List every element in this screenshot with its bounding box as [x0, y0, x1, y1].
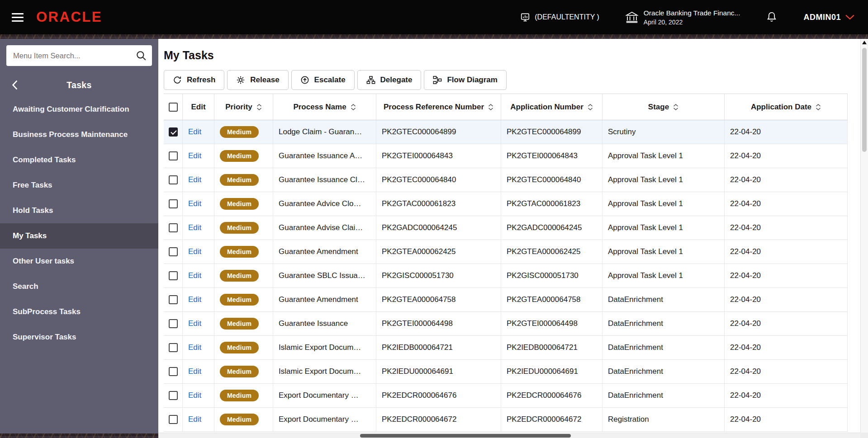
sort-icon[interactable] — [588, 104, 593, 110]
edit-link[interactable]: Edit — [188, 391, 201, 400]
row-checkbox[interactable] — [169, 391, 178, 400]
table-row: Edit Medium Export Documentary … PK2EDCR… — [164, 408, 848, 432]
refresh-label: Refresh — [187, 75, 215, 85]
row-checkbox-cell[interactable] — [164, 408, 183, 431]
notifications-bell-icon[interactable] — [766, 11, 777, 23]
edit-link[interactable]: Edit — [188, 175, 201, 184]
process-ref-cell: PK2GTEC000064899 — [376, 120, 501, 144]
row-checkbox[interactable] — [169, 223, 178, 232]
horizontal-scrollbar-thumb[interactable] — [360, 434, 571, 438]
column-header-process-reference-number[interactable]: Process Reference Number — [376, 94, 501, 120]
sort-icon[interactable] — [816, 104, 821, 110]
flow-diagram-label: Flow Diagram — [447, 75, 497, 85]
sidebar-item-free-tasks[interactable]: Free Tasks — [0, 173, 158, 198]
search-icon[interactable] — [136, 50, 147, 61]
row-checkbox[interactable] — [169, 247, 178, 256]
priority-badge: Medium — [220, 294, 259, 306]
row-checkbox[interactable] — [169, 151, 178, 160]
row-checkbox[interactable] — [169, 343, 178, 352]
select-all-checkbox[interactable] — [164, 94, 183, 120]
release-button[interactable]: Release — [227, 70, 288, 90]
entity-label: (DEFAULTENTITY ) — [535, 13, 599, 21]
edit-link[interactable]: Edit — [188, 415, 201, 424]
hamburger-menu-icon[interactable] — [12, 13, 24, 22]
process-ref-cell: PK2GTAC000061823 — [376, 192, 501, 216]
row-checkbox-cell[interactable] — [164, 336, 183, 359]
row-checkbox[interactable] — [169, 415, 178, 424]
application-date-cell: 22-04-20 — [725, 144, 848, 168]
escalate-button[interactable]: Escalate — [291, 70, 355, 90]
edit-link[interactable]: Edit — [188, 151, 201, 160]
row-checkbox[interactable] — [169, 127, 178, 137]
vertical-scrollbar-thumb[interactable] — [862, 48, 867, 152]
sidebar-item-subprocess-tasks[interactable]: SubProcess Tasks — [0, 299, 158, 325]
row-checkbox[interactable] — [169, 175, 178, 184]
row-checkbox-cell[interactable] — [164, 384, 183, 407]
application-number-cell: PK2IEDB000064721 — [501, 336, 602, 359]
row-checkbox-cell[interactable] — [164, 120, 183, 144]
sort-icon[interactable] — [488, 104, 493, 110]
row-checkbox-cell[interactable] — [164, 192, 183, 216]
stage-cell: DataEnrichment — [602, 360, 725, 383]
row-checkbox-cell[interactable] — [164, 312, 183, 335]
sidebar-item-other-user-tasks[interactable]: Other User tasks — [0, 249, 158, 274]
edit-link[interactable]: Edit — [188, 295, 201, 304]
stage-cell: Approval Task Level 1 — [602, 264, 725, 287]
column-header-process-name[interactable]: Process Name — [273, 94, 376, 120]
application-date-cell: 22-04-20 — [725, 168, 848, 192]
sidebar-item-hold-tasks[interactable]: Hold Tasks — [0, 198, 158, 223]
edit-link[interactable]: Edit — [188, 271, 201, 280]
sidebar-section-header: Tasks — [0, 73, 158, 97]
row-checkbox[interactable] — [169, 199, 178, 208]
application-number-cell: PK2GTEI000064843 — [501, 144, 602, 168]
horizontal-scrollbar[interactable] — [158, 433, 860, 438]
entity-selector[interactable]: (DEFAULTENTITY ) — [520, 12, 599, 22]
column-label: Priority — [225, 103, 252, 112]
scroll-up-arrow-icon[interactable] — [861, 39, 868, 46]
row-checkbox-cell[interactable] — [164, 264, 183, 287]
column-header-priority[interactable]: Priority — [214, 94, 273, 120]
sidebar-item-business-process-maintenance[interactable]: Business Process Maintenance — [0, 122, 158, 147]
row-checkbox-cell[interactable] — [164, 168, 183, 192]
edit-link[interactable]: Edit — [188, 367, 201, 376]
row-checkbox-cell[interactable] — [164, 288, 183, 311]
flow-diagram-button[interactable]: Flow Diagram — [424, 70, 506, 90]
row-checkbox[interactable] — [169, 271, 178, 280]
delegate-button[interactable]: Delegate — [357, 70, 422, 90]
edit-link[interactable]: Edit — [188, 343, 201, 352]
column-header-application-number[interactable]: Application Number — [501, 94, 602, 120]
refresh-button[interactable]: Refresh — [164, 70, 224, 90]
edit-link[interactable]: Edit — [188, 199, 201, 208]
sidebar-item-awaiting-customer-clarification[interactable]: Awaiting Customer Clarification — [0, 97, 158, 122]
app-title: Oracle Banking Trade Financ... — [644, 9, 740, 17]
sidebar-item-completed-tasks[interactable]: Completed Tasks — [0, 147, 158, 173]
sidebar-item-my-tasks[interactable]: My Tasks — [0, 223, 158, 249]
sort-icon[interactable] — [351, 104, 356, 110]
column-header-stage[interactable]: Stage — [602, 94, 725, 120]
vertical-scrollbar[interactable] — [860, 39, 868, 433]
row-checkbox-cell[interactable] — [164, 144, 183, 168]
priority-badge: Medium — [220, 342, 259, 353]
edit-link[interactable]: Edit — [188, 319, 201, 328]
row-checkbox[interactable] — [169, 295, 178, 304]
process-ref-cell: PK2IEDB000064721 — [376, 336, 501, 359]
edit-link[interactable]: Edit — [188, 247, 201, 256]
priority-badge: Medium — [220, 150, 259, 162]
edit-link[interactable]: Edit — [188, 127, 201, 137]
sidebar-item-search[interactable]: Search — [0, 274, 158, 299]
row-checkbox-cell[interactable] — [164, 240, 183, 264]
sort-icon[interactable] — [256, 104, 262, 110]
row-checkbox-cell[interactable] — [164, 360, 183, 383]
menu-search-input[interactable] — [6, 45, 152, 66]
edit-link[interactable]: Edit — [188, 223, 201, 232]
application-date-cell: 22-04-20 — [725, 336, 848, 359]
priority-badge: Medium — [220, 174, 259, 186]
row-checkbox[interactable] — [169, 367, 178, 376]
row-checkbox-cell[interactable] — [164, 216, 183, 240]
user-menu[interactable]: ADMIN01 — [803, 13, 854, 22]
sidebar-item-supervisor-tasks[interactable]: Supervisor Tasks — [0, 325, 158, 350]
row-checkbox[interactable] — [169, 319, 178, 328]
column-header-application-date[interactable]: Application Date — [725, 94, 848, 120]
sort-icon[interactable] — [673, 104, 678, 110]
chevron-left-icon[interactable] — [12, 80, 18, 90]
